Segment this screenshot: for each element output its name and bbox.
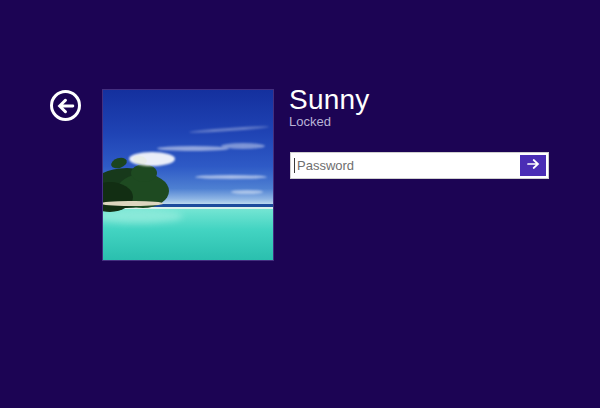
password-field-container — [290, 152, 549, 179]
submit-button[interactable] — [520, 155, 546, 176]
text-caret — [294, 158, 295, 173]
user-avatar — [103, 90, 273, 260]
lock-screen: Sunny Locked — [0, 0, 600, 408]
password-input[interactable] — [291, 153, 519, 178]
user-name: Sunny — [289, 85, 369, 115]
submit-arrow-icon — [525, 156, 541, 175]
back-button[interactable] — [50, 90, 81, 121]
user-status: Locked — [289, 114, 331, 129]
back-arrow-icon — [55, 95, 77, 117]
